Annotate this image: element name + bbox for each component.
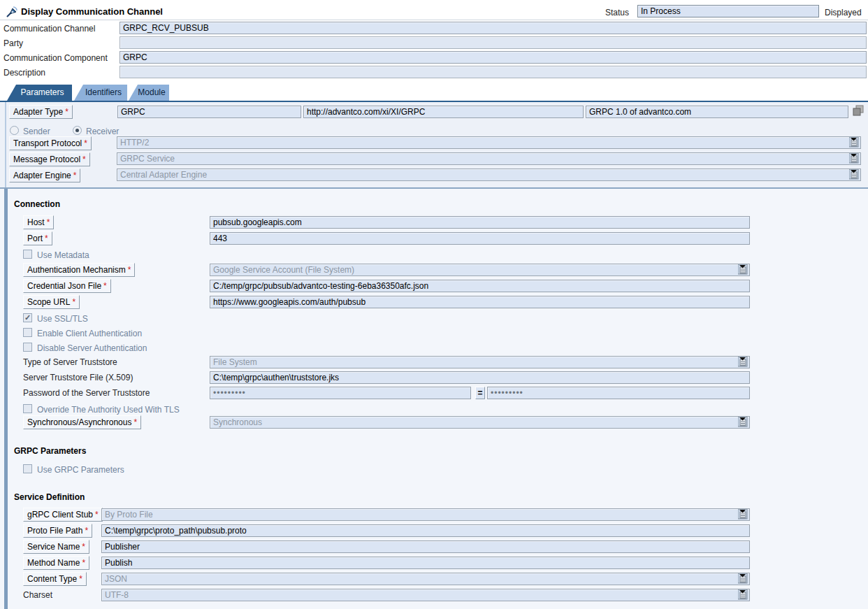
- section-grpc-parameters: GRPC Parameters: [14, 446, 86, 456]
- port-label-button[interactable]: Port*: [23, 231, 52, 245]
- scope-url-field[interactable]: [210, 296, 750, 308]
- truststore-type-label: Type of Server Truststore: [23, 357, 117, 367]
- dropdown-icon: [738, 417, 748, 427]
- tab-identifiers[interactable]: Identifiers: [74, 85, 127, 101]
- required-marker: *: [82, 558, 85, 568]
- authentication-mechanism-dropdown: Google Service Account (File System): [210, 264, 750, 276]
- required-marker: *: [82, 542, 85, 552]
- required-marker: *: [103, 281, 107, 291]
- charset-label: Charset: [23, 590, 52, 600]
- use-ssl-tls-label: Use SSL/TLS: [37, 314, 88, 324]
- authentication-mechanism-label-button[interactable]: Authentication Mechanism*: [23, 263, 135, 277]
- tab-parameters[interactable]: Parameters: [7, 85, 72, 101]
- message-protocol-label-button[interactable]: Message Protocol*: [9, 152, 90, 166]
- dropdown-icon: [738, 357, 748, 366]
- dropdown-icon: [849, 169, 859, 179]
- use-ssl-tls-checkbox: ✓: [23, 313, 32, 322]
- sync-async-dropdown: Synchronous: [210, 416, 750, 429]
- required-marker: *: [82, 155, 86, 164]
- proto-file-path-label-button[interactable]: Proto File Path*: [23, 524, 92, 538]
- checkmark-icon: ✓: [24, 313, 31, 322]
- adapter-engine-dropdown: Central Adapter Engine: [117, 169, 861, 181]
- grpc-client-stub-dropdown: By Proto File: [101, 508, 750, 521]
- transport-protocol-label-button[interactable]: Transport Protocol*: [9, 136, 92, 150]
- communication-component-field[interactable]: [120, 51, 867, 64]
- sync-async-label-button[interactable]: Synchronous/Asynchronous*: [23, 415, 141, 429]
- sender-radio: [10, 126, 19, 135]
- use-metadata-label: Use Metadata: [37, 250, 89, 260]
- charset-dropdown: UTF-8: [101, 589, 750, 601]
- tab-module[interactable]: Module: [129, 85, 169, 101]
- communication-channel-window: Display Communication Channel Status Dis…: [0, 0, 868, 609]
- message-protocol-dropdown: GRPC Service: [117, 152, 861, 165]
- sender-radio-label: Sender: [23, 127, 50, 136]
- use-grpc-parameters-checkbox: [23, 464, 32, 473]
- description-field[interactable]: [120, 66, 867, 78]
- password-equals-separator: =: [475, 387, 485, 399]
- required-marker: *: [95, 510, 99, 520]
- copy-icon[interactable]: [852, 104, 865, 119]
- adapter-type-name-field[interactable]: [117, 106, 301, 118]
- section-connection: Connection: [14, 199, 60, 209]
- required-marker: *: [45, 234, 48, 243]
- panel-accent-bar: [4, 189, 8, 609]
- required-marker: *: [84, 138, 87, 148]
- truststore-password-label: Password of the Server Truststore: [23, 388, 150, 398]
- required-marker: *: [79, 574, 82, 584]
- dropdown-icon: [849, 137, 859, 147]
- divider: [0, 20, 868, 20]
- adapter-engine-label-button[interactable]: Adapter Engine*: [9, 169, 80, 182]
- override-authority-label: Override The Authority Used With TLS: [37, 405, 180, 415]
- required-marker: *: [47, 217, 50, 227]
- proto-file-path-field[interactable]: [101, 524, 750, 537]
- disable-server-authentication-checkbox: [23, 343, 32, 352]
- port-field[interactable]: [210, 232, 750, 245]
- use-grpc-parameters-label: Use GRPC Parameters: [37, 465, 124, 475]
- truststore-password-field[interactable]: [210, 387, 471, 399]
- window-header: Display Communication Channel Status Dis…: [0, 0, 868, 81]
- enable-client-authentication-label: Enable Client Authentication: [37, 329, 142, 338]
- service-name-field[interactable]: [101, 540, 750, 553]
- display-mode-label: Displayed: [825, 8, 862, 17]
- communication-channel-label: Communication Channel: [3, 24, 95, 34]
- communication-channel-field[interactable]: [120, 22, 867, 34]
- party-field[interactable]: [120, 36, 867, 49]
- credential-json-file-field[interactable]: [210, 280, 750, 292]
- dropdown-icon: [849, 153, 859, 163]
- required-marker: *: [85, 526, 88, 536]
- truststore-password-confirm-field[interactable]: [487, 387, 750, 399]
- status-input[interactable]: [637, 5, 819, 17]
- status-label: Status: [605, 8, 629, 17]
- use-metadata-checkbox: [23, 250, 32, 259]
- dropdown-icon: [738, 264, 748, 274]
- tab-strip: Parameters Identifiers Module: [0, 81, 868, 101]
- dropdown-icon: [738, 589, 748, 599]
- content-type-label-button[interactable]: Content Type*: [23, 572, 87, 586]
- grpc-client-stub-label-button[interactable]: gRPC Client Stub*: [23, 508, 103, 522]
- required-marker: *: [73, 171, 77, 180]
- service-name-label-button[interactable]: Service Name*: [23, 540, 89, 554]
- adapter-type-description-field[interactable]: [586, 106, 848, 118]
- receiver-radio-label: Receiver: [86, 127, 119, 136]
- host-label-button[interactable]: Host*: [23, 215, 54, 229]
- enable-client-authentication-checkbox: [23, 328, 32, 337]
- required-marker: *: [133, 417, 137, 427]
- radio-dot: [75, 129, 79, 132]
- communication-component-label: Communication Component: [3, 53, 108, 63]
- adapter-type-namespace-field[interactable]: [303, 106, 584, 118]
- method-name-field[interactable]: [101, 557, 750, 569]
- host-field[interactable]: [210, 216, 750, 229]
- adapter-type-label-button[interactable]: Adapter Type*: [9, 105, 73, 119]
- truststore-file-field[interactable]: [210, 371, 750, 384]
- page-title: Display Communication Channel: [21, 6, 163, 17]
- party-label: Party: [3, 38, 23, 48]
- method-name-label-button[interactable]: Method Name*: [23, 556, 89, 570]
- required-marker: *: [128, 265, 131, 275]
- description-label: Description: [3, 68, 45, 78]
- truststore-file-label: Server Truststore File (X.509): [23, 373, 133, 382]
- scope-url-label-button[interactable]: Scope URL*: [23, 295, 80, 309]
- credential-json-file-label-button[interactable]: Credential Json File*: [23, 279, 111, 293]
- receiver-radio: [73, 126, 82, 135]
- communication-channel-icon: [6, 6, 18, 20]
- content-type-dropdown: JSON: [101, 573, 750, 585]
